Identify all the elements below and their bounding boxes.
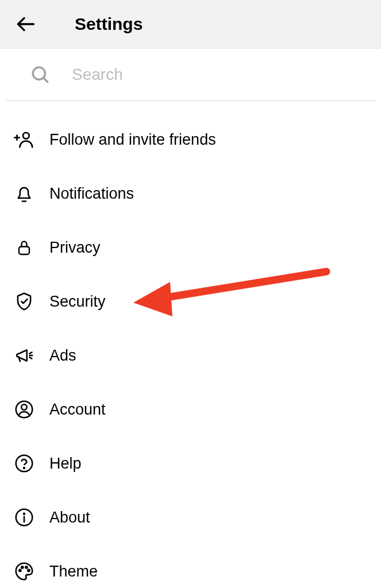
menu-label: Privacy [49,239,101,257]
menu-label: About [49,509,90,527]
settings-menu: Follow and invite friends Notifications … [0,101,381,588]
search-row[interactable] [6,49,375,101]
info-icon [11,505,37,530]
menu-label: Theme [49,563,98,581]
menu-label: Ads [49,347,76,365]
menu-item-account[interactable]: Account [0,382,381,436]
menu-item-privacy[interactable]: Privacy [0,220,381,274]
back-arrow-icon [16,14,36,34]
menu-item-ads[interactable]: Ads [0,328,381,382]
palette-icon [11,559,37,584]
menu-label: Help [49,455,82,473]
header: Settings [0,0,381,49]
help-icon [11,451,37,476]
add-person-icon [11,127,37,152]
search-input[interactable] [72,65,302,84]
account-icon [11,397,37,422]
search-icon [29,63,52,86]
svg-point-3 [23,133,29,139]
menu-item-security[interactable]: Security [0,274,381,328]
svg-point-20 [28,570,29,571]
svg-line-7 [30,352,32,353]
menu-item-follow-invite[interactable]: Follow and invite friends [0,113,381,167]
svg-point-11 [21,404,27,410]
menu-label: Follow and invite friends [49,131,216,149]
svg-point-13 [24,467,25,469]
bell-icon [11,181,37,206]
svg-point-18 [21,566,23,568]
menu-label: Notifications [49,185,134,203]
back-button[interactable] [11,10,40,38]
menu-label: Security [49,293,106,311]
svg-point-17 [19,570,21,571]
svg-point-19 [25,566,27,568]
lock-icon [11,235,37,260]
menu-label: Account [49,401,106,419]
page-title: Settings [75,14,143,34]
menu-item-help[interactable]: Help [0,436,381,490]
shield-check-icon [11,289,37,314]
megaphone-icon [11,343,37,368]
menu-item-notifications[interactable]: Notifications [0,167,381,220]
menu-item-theme[interactable]: Theme [0,544,381,588]
svg-line-9 [30,357,32,358]
menu-item-about[interactable]: About [0,490,381,544]
svg-point-15 [24,513,25,514]
svg-line-2 [44,78,48,82]
svg-rect-6 [19,247,29,255]
